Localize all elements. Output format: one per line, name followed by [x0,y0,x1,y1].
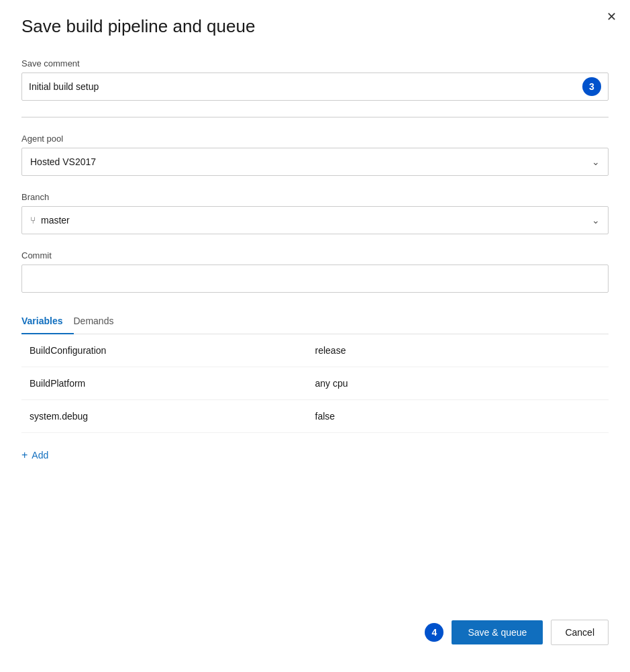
tabs-bar: Variables Demands [21,309,609,334]
plus-icon: + [21,449,28,461]
variable-value-0: release [315,345,601,356]
commit-input[interactable] [21,265,609,293]
save-comment-label: Save comment [21,58,609,68]
chevron-down-icon: ⌄ [592,156,600,167]
variable-name-1: BuildPlatform [30,378,315,389]
chevron-down-icon: ⌄ [592,215,600,226]
save-comment-field: Save comment 3 [21,58,609,101]
dialog-title: Save build pipeline and queue [21,16,609,37]
commit-label: Commit [21,250,609,260]
agent-pool-select[interactable]: Hosted VS2017 ⌄ [21,148,609,176]
dialog: ✕ Save build pipeline and queue Save com… [0,0,630,672]
close-button[interactable]: ✕ [607,11,617,23]
branch-field: Branch ⑂ master ⌄ [21,192,609,234]
branch-icon: ⑂ [30,215,36,226]
variable-name-0: BuildConfiguration [30,345,315,356]
add-label: Add [32,450,48,461]
agent-pool-field: Agent pool Hosted VS2017 ⌄ [21,134,609,176]
branch-value: master [41,215,592,226]
add-variable-button[interactable]: + Add [21,446,48,464]
commit-field: Commit [21,250,609,293]
variables-table: BuildConfiguration release BuildPlatform… [21,334,609,433]
step-badge-3: 3 [582,77,601,96]
save-comment-row: 3 [21,73,609,101]
agent-pool-value: Hosted VS2017 [30,156,592,167]
agent-pool-label: Agent pool [21,134,609,144]
variable-row: system.debug false [21,400,609,433]
save-comment-input[interactable] [29,81,576,92]
divider-1 [21,117,609,117]
footer: 4 Save & queue Cancel [418,620,609,645]
step-badge-4: 4 [425,623,443,642]
tab-demands[interactable]: Demands [74,309,125,334]
variable-value-1: any cpu [315,378,601,389]
variable-name-2: system.debug [30,411,315,422]
tab-variables[interactable]: Variables [21,309,74,334]
variable-row: BuildConfiguration release [21,334,609,367]
cancel-button[interactable]: Cancel [551,620,609,645]
variable-value-2: false [315,411,601,422]
variable-row: BuildPlatform any cpu [21,367,609,400]
branch-select[interactable]: ⑂ master ⌄ [21,206,609,234]
save-queue-button[interactable]: Save & queue [452,620,543,644]
branch-label: Branch [21,192,609,202]
